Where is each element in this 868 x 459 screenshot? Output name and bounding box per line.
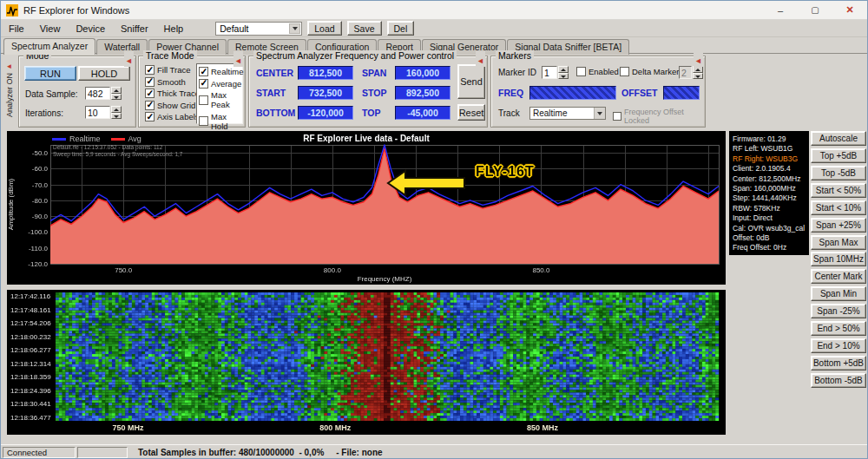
side-button[interactable]: Bottom -5dB (811, 373, 866, 388)
info-line: RF Left: WSUB1G (733, 144, 807, 154)
side-button-column: AutoscaleTop +5dBTop -5dBStart < 50%Star… (811, 131, 866, 388)
marker-id-stepper[interactable] (558, 66, 569, 79)
bottom-value[interactable]: -120,000 (298, 106, 353, 120)
collapse-icon[interactable] (6, 56, 13, 72)
freq-value-field[interactable] (529, 86, 616, 100)
trace-option[interactable]: Max Hold (199, 112, 242, 131)
save-button[interactable]: Save (347, 21, 382, 36)
data-sample-stepper[interactable] (111, 87, 122, 100)
chart-legend: Realtime Avg (52, 134, 141, 143)
delta-id-stepper[interactable] (693, 66, 703, 79)
load-button[interactable]: Load (307, 21, 341, 36)
menu-items: FileViewDeviceSnifferHelp (1, 20, 191, 36)
checkbox-label: Thick Trace (157, 89, 200, 98)
collapse-icon[interactable] (233, 51, 243, 67)
delta-id-input[interactable]: 2 (679, 66, 692, 79)
reset-button[interactable]: Reset (457, 104, 485, 121)
span-label: SPAN (362, 68, 386, 78)
menu-item[interactable]: Help (156, 20, 192, 36)
trace-option[interactable]: Show Grid (145, 101, 200, 110)
checkbox-icon (199, 79, 208, 89)
collapse-icon[interactable] (124, 51, 134, 67)
panel-title: Trace Mode (143, 50, 197, 61)
analyzer-on-label: Analyzer ON (5, 73, 14, 117)
info-line: RBW: 578KHz (733, 204, 807, 213)
panel-title: Spectrum Analyzer Frequency and Power co… (253, 50, 457, 61)
status-bar: Connected Total Samples in buffer: 480/1… (1, 444, 867, 459)
checkbox-icon (199, 116, 208, 126)
side-button[interactable]: Bottom +5dB (811, 356, 866, 370)
legend-swatch (52, 138, 66, 141)
side-button[interactable]: Start < 10% (811, 200, 866, 215)
waterfall-canvas[interactable] (7, 290, 726, 435)
trace-option[interactable]: Axis Labels (145, 112, 200, 121)
offset-label: OFFSET (621, 88, 657, 98)
center-value[interactable]: 812,500 (298, 66, 353, 80)
hold-button[interactable]: HOLD (78, 66, 130, 81)
checkbox-label: Fill Trace (157, 65, 191, 75)
analyzer-on-strip: Analyzer ON (3, 56, 15, 128)
tab[interactable]: Waterfall (96, 39, 148, 55)
checkbox-icon (145, 65, 155, 75)
iterations-input[interactable]: 10 (85, 106, 110, 119)
checkbox-icon (613, 112, 621, 121)
collapse-icon[interactable] (694, 51, 703, 67)
del-button[interactable]: Del (387, 21, 415, 36)
marker-id-input[interactable]: 1 (542, 66, 557, 79)
title-bar: RF Explorer for Windows (1, 1, 867, 20)
side-button[interactable]: Top +5dB (811, 148, 866, 163)
maximize-icon[interactable] (798, 1, 832, 19)
side-button[interactable]: Autoscale (811, 131, 866, 146)
send-button[interactable]: Send (457, 64, 485, 99)
menu-item[interactable]: View (32, 20, 69, 36)
start-value[interactable]: 732,500 (298, 86, 353, 100)
bottom-label: BOTTOM (256, 108, 295, 118)
spectrum-chart: RF Explorer Live data - Default Realtime… (7, 131, 726, 285)
trace-option[interactable]: Average (199, 79, 242, 89)
stop-value[interactable]: 892,500 (395, 86, 450, 100)
side-button[interactable]: End > 10% (811, 338, 866, 353)
checkbox-label: Enabled (589, 67, 619, 76)
menu-item[interactable]: Sniffer (113, 20, 156, 36)
minimize-icon[interactable] (763, 1, 798, 19)
menu-item[interactable]: File (1, 20, 32, 36)
trace-mode-panel: Trace Mode Fill Trace Smooth Thick Trace… (138, 56, 246, 128)
side-button[interactable]: Span +25% (811, 218, 866, 233)
info-line: Center: 812,500MHz (733, 174, 807, 184)
collapse-icon[interactable] (476, 51, 485, 67)
top-value[interactable]: -45,000 (395, 106, 450, 120)
freq-label: FREQ (498, 88, 523, 98)
track-select[interactable]: Realtime (529, 107, 606, 120)
preset-combo[interactable]: Default (215, 22, 302, 36)
side-button[interactable]: Span 10MHz (811, 252, 866, 266)
checkbox-label: Smooth (157, 77, 186, 87)
info-line: Freq Offset: 0Hz (733, 243, 807, 252)
side-button[interactable]: Span -25% (811, 304, 866, 318)
side-button[interactable]: Span Max (811, 235, 866, 250)
trace-option[interactable]: Thick Trace (145, 89, 200, 98)
menu-item[interactable]: Device (68, 20, 113, 36)
side-button[interactable]: Top -5dB (811, 166, 866, 180)
freq-offset-locked-checkbox[interactable]: Frequency Offset Locked (613, 108, 705, 125)
markers-panel: Markers Marker ID 1 Enabled Delta Marker… (490, 56, 706, 128)
span-value[interactable]: 160,000 (395, 66, 450, 80)
side-button[interactable]: Span Min (811, 286, 866, 301)
iterations-stepper[interactable] (111, 106, 122, 119)
delta-marker-checkbox[interactable]: Delta Marker (620, 67, 679, 76)
panel-title: Markers (496, 50, 534, 61)
side-button[interactable]: Start < 50% (811, 183, 866, 198)
run-button[interactable]: RUN (24, 66, 76, 81)
side-button[interactable]: Center Mark (811, 269, 866, 284)
offset-value-field[interactable] (663, 86, 700, 100)
track-label: Track (498, 108, 520, 118)
legend-label: Realtime (69, 134, 101, 143)
side-button[interactable]: End > 50% (811, 321, 866, 336)
trace-option[interactable]: Realtime (199, 67, 242, 76)
enabled-checkbox[interactable]: Enabled (576, 67, 619, 76)
trace-option[interactable]: Fill Trace (145, 65, 200, 75)
close-icon[interactable] (832, 1, 867, 19)
trace-option[interactable]: Smooth (145, 77, 200, 87)
trace-option[interactable]: Max Peak (199, 90, 242, 109)
data-sample-input[interactable]: 482 (85, 87, 110, 100)
tab[interactable]: Spectrum Analyzer (3, 38, 95, 55)
